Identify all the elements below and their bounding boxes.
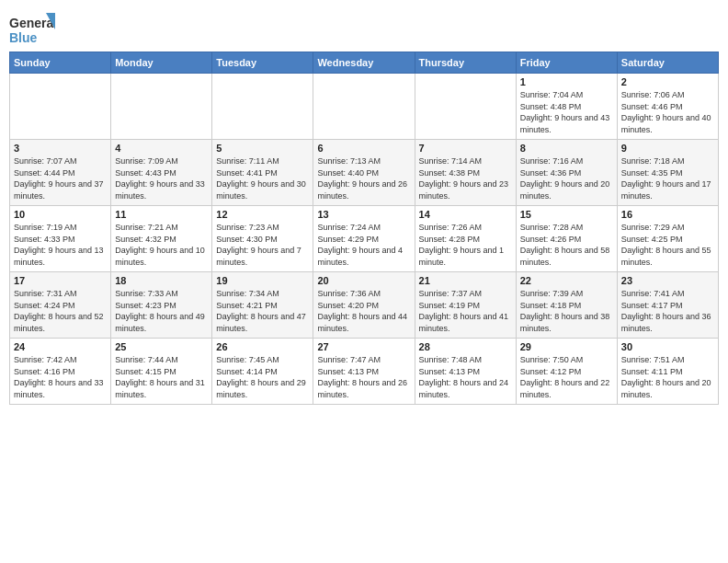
day-number: 1 [520, 76, 613, 87]
day-info: Sunrise: 7:26 AM Sunset: 4:28 PM Dayligh… [419, 222, 512, 268]
day-number: 17 [14, 275, 107, 286]
day-cell: 27Sunrise: 7:47 AM Sunset: 4:13 PM Dayli… [313, 339, 415, 405]
day-cell: 18Sunrise: 7:33 AM Sunset: 4:23 PM Dayli… [111, 272, 212, 339]
svg-text:Blue: Blue [9, 30, 38, 45]
day-number: 26 [216, 341, 309, 352]
day-header-saturday: Saturday [617, 52, 718, 74]
day-number: 10 [14, 209, 107, 220]
day-cell: 23Sunrise: 7:41 AM Sunset: 4:17 PM Dayli… [617, 272, 718, 339]
day-cell: 22Sunrise: 7:39 AM Sunset: 4:18 PM Dayli… [516, 272, 617, 339]
day-info: Sunrise: 7:18 AM Sunset: 4:35 PM Dayligh… [621, 155, 714, 201]
day-number: 8 [520, 143, 613, 154]
day-info: Sunrise: 7:41 AM Sunset: 4:17 PM Dayligh… [621, 288, 714, 334]
day-header-thursday: Thursday [415, 52, 516, 74]
day-info: Sunrise: 7:48 AM Sunset: 4:13 PM Dayligh… [419, 354, 512, 400]
header: GeneralBlue [9, 9, 719, 46]
day-number: 2 [621, 76, 714, 87]
day-info: Sunrise: 7:28 AM Sunset: 4:26 PM Dayligh… [520, 222, 613, 268]
day-info: Sunrise: 7:37 AM Sunset: 4:19 PM Dayligh… [419, 288, 512, 334]
day-info: Sunrise: 7:31 AM Sunset: 4:24 PM Dayligh… [14, 288, 107, 334]
day-header-tuesday: Tuesday [212, 52, 313, 74]
day-number: 23 [621, 275, 714, 286]
day-number: 11 [115, 209, 208, 220]
day-info: Sunrise: 7:07 AM Sunset: 4:44 PM Dayligh… [14, 155, 107, 201]
day-cell: 28Sunrise: 7:48 AM Sunset: 4:13 PM Dayli… [415, 339, 516, 405]
day-number: 27 [317, 341, 410, 352]
logo: GeneralBlue [9, 13, 55, 46]
day-number: 29 [520, 341, 613, 352]
day-cell [111, 74, 212, 140]
day-info: Sunrise: 7:42 AM Sunset: 4:16 PM Dayligh… [14, 354, 107, 400]
day-cell: 2Sunrise: 7:06 AM Sunset: 4:46 PM Daylig… [617, 74, 718, 140]
day-info: Sunrise: 7:21 AM Sunset: 4:32 PM Dayligh… [115, 222, 208, 268]
day-number: 13 [317, 209, 410, 220]
day-info: Sunrise: 7:04 AM Sunset: 4:48 PM Dayligh… [520, 89, 613, 135]
day-info: Sunrise: 7:34 AM Sunset: 4:21 PM Dayligh… [216, 288, 309, 334]
day-cell: 25Sunrise: 7:44 AM Sunset: 4:15 PM Dayli… [111, 339, 212, 405]
day-number: 25 [115, 341, 208, 352]
logo-svg: GeneralBlue [9, 13, 55, 46]
day-cell: 13Sunrise: 7:24 AM Sunset: 4:29 PM Dayli… [313, 206, 415, 272]
day-header-friday: Friday [516, 52, 617, 74]
day-cell: 14Sunrise: 7:26 AM Sunset: 4:28 PM Dayli… [415, 206, 516, 272]
day-info: Sunrise: 7:09 AM Sunset: 4:43 PM Dayligh… [115, 155, 208, 201]
day-number: 12 [216, 209, 309, 220]
day-info: Sunrise: 7:33 AM Sunset: 4:23 PM Dayligh… [115, 288, 208, 334]
day-cell: 8Sunrise: 7:16 AM Sunset: 4:36 PM Daylig… [516, 140, 617, 206]
day-info: Sunrise: 7:16 AM Sunset: 4:36 PM Dayligh… [520, 155, 613, 201]
day-info: Sunrise: 7:50 AM Sunset: 4:12 PM Dayligh… [520, 354, 613, 400]
header-row: SundayMondayTuesdayWednesdayThursdayFrid… [10, 52, 719, 74]
day-info: Sunrise: 7:11 AM Sunset: 4:41 PM Dayligh… [216, 155, 309, 201]
day-number: 24 [14, 341, 107, 352]
svg-text:General: General [9, 16, 55, 30]
day-cell: 29Sunrise: 7:50 AM Sunset: 4:12 PM Dayli… [516, 339, 617, 405]
day-cell: 12Sunrise: 7:23 AM Sunset: 4:30 PM Dayli… [212, 206, 313, 272]
day-cell: 11Sunrise: 7:21 AM Sunset: 4:32 PM Dayli… [111, 206, 212, 272]
day-number: 28 [419, 341, 512, 352]
week-row-0: 1Sunrise: 7:04 AM Sunset: 4:48 PM Daylig… [10, 74, 719, 140]
day-info: Sunrise: 7:19 AM Sunset: 4:33 PM Dayligh… [14, 222, 107, 268]
day-cell: 15Sunrise: 7:28 AM Sunset: 4:26 PM Dayli… [516, 206, 617, 272]
day-info: Sunrise: 7:23 AM Sunset: 4:30 PM Dayligh… [216, 222, 309, 268]
day-cell: 9Sunrise: 7:18 AM Sunset: 4:35 PM Daylig… [617, 140, 718, 206]
day-info: Sunrise: 7:39 AM Sunset: 4:18 PM Dayligh… [520, 288, 613, 334]
day-number: 22 [520, 275, 613, 286]
day-info: Sunrise: 7:29 AM Sunset: 4:25 PM Dayligh… [621, 222, 714, 268]
day-cell: 6Sunrise: 7:13 AM Sunset: 4:40 PM Daylig… [313, 140, 415, 206]
day-number: 18 [115, 275, 208, 286]
day-header-sunday: Sunday [10, 52, 111, 74]
week-row-1: 3Sunrise: 7:07 AM Sunset: 4:44 PM Daylig… [10, 140, 719, 206]
day-info: Sunrise: 7:36 AM Sunset: 4:20 PM Dayligh… [317, 288, 410, 334]
calendar-table: SundayMondayTuesdayWednesdayThursdayFrid… [9, 52, 719, 405]
day-info: Sunrise: 7:51 AM Sunset: 4:11 PM Dayligh… [621, 354, 714, 400]
day-number: 4 [115, 143, 208, 154]
day-info: Sunrise: 7:47 AM Sunset: 4:13 PM Dayligh… [317, 354, 410, 400]
day-header-monday: Monday [111, 52, 212, 74]
day-cell: 16Sunrise: 7:29 AM Sunset: 4:25 PM Dayli… [617, 206, 718, 272]
day-cell: 30Sunrise: 7:51 AM Sunset: 4:11 PM Dayli… [617, 339, 718, 405]
day-number: 19 [216, 275, 309, 286]
day-number: 20 [317, 275, 410, 286]
day-cell [10, 74, 111, 140]
day-number: 15 [520, 209, 613, 220]
day-number: 16 [621, 209, 714, 220]
week-row-3: 17Sunrise: 7:31 AM Sunset: 4:24 PM Dayli… [10, 272, 719, 339]
day-number: 5 [216, 143, 309, 154]
day-cell [415, 74, 516, 140]
day-cell: 4Sunrise: 7:09 AM Sunset: 4:43 PM Daylig… [111, 140, 212, 206]
day-cell: 19Sunrise: 7:34 AM Sunset: 4:21 PM Dayli… [212, 272, 313, 339]
day-header-wednesday: Wednesday [313, 52, 415, 74]
day-cell: 26Sunrise: 7:45 AM Sunset: 4:14 PM Dayli… [212, 339, 313, 405]
day-info: Sunrise: 7:06 AM Sunset: 4:46 PM Dayligh… [621, 89, 714, 135]
day-info: Sunrise: 7:24 AM Sunset: 4:29 PM Dayligh… [317, 222, 410, 268]
day-number: 21 [419, 275, 512, 286]
day-number: 6 [317, 143, 410, 154]
day-cell: 7Sunrise: 7:14 AM Sunset: 4:38 PM Daylig… [415, 140, 516, 206]
day-cell [313, 74, 415, 140]
day-cell: 24Sunrise: 7:42 AM Sunset: 4:16 PM Dayli… [10, 339, 111, 405]
day-info: Sunrise: 7:13 AM Sunset: 4:40 PM Dayligh… [317, 155, 410, 201]
day-info: Sunrise: 7:14 AM Sunset: 4:38 PM Dayligh… [419, 155, 512, 201]
day-cell: 20Sunrise: 7:36 AM Sunset: 4:20 PM Dayli… [313, 272, 415, 339]
week-row-2: 10Sunrise: 7:19 AM Sunset: 4:33 PM Dayli… [10, 206, 719, 272]
day-cell: 1Sunrise: 7:04 AM Sunset: 4:48 PM Daylig… [516, 74, 617, 140]
